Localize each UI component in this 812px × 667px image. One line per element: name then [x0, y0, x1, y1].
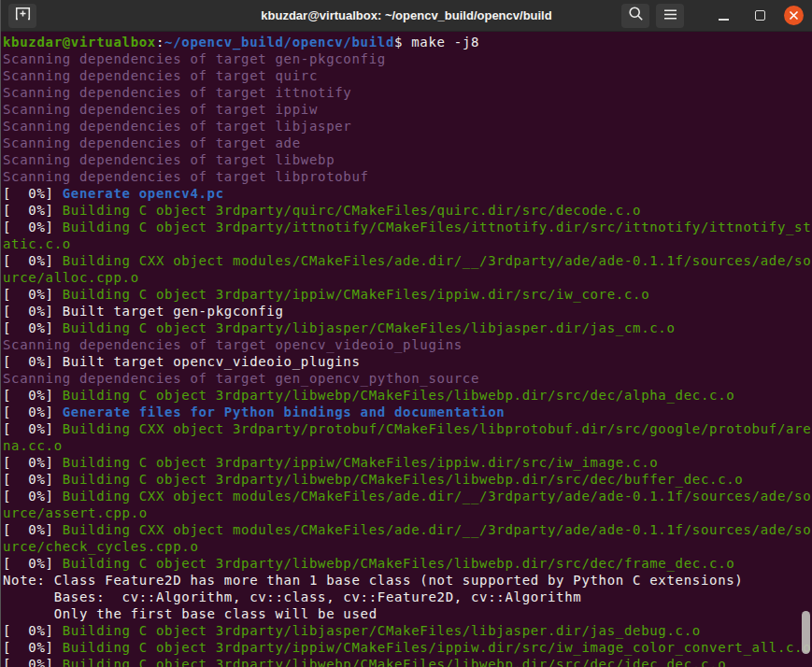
close-icon [789, 7, 799, 24]
terminal-row: Scanning dependencies of target libproto… [3, 168, 812, 185]
terminal-row: Note: Class Feature2D has more than 1 ba… [3, 572, 812, 589]
terminal-row: Only the first base class will be used [3, 605, 812, 622]
close-button[interactable] [784, 6, 804, 25]
terminal-row: Scanning dependencies of target ippiw [3, 101, 812, 118]
terminal-row: [ 0%] Building C object 3rdparty/libjasp… [3, 622, 812, 639]
terminal-row: atic.c.o [3, 235, 812, 252]
terminal-row: Scanning dependencies of target gen_open… [3, 370, 812, 387]
terminal-row: urce/alloc.cpp.o [3, 269, 812, 286]
terminal-row: [ 0%] Building CXX object modules/CMakeF… [3, 488, 812, 504]
terminal-row: Scanning dependencies of target libjaspe… [3, 118, 812, 135]
terminal-row: [ 0%] Built target opencv_videoio_plugin… [3, 353, 812, 370]
terminal-row: Scanning dependencies of target opencv_v… [3, 336, 812, 353]
new-tab-button[interactable] [8, 4, 36, 28]
terminal-row: [ 0%] Generate opencv4.pc [3, 185, 812, 202]
scrollbar-thumb[interactable] [802, 611, 810, 654]
terminal-row: kbuzdar@virtualbox:~/opencv_build/opencv… [3, 34, 812, 50]
maximize-icon [755, 10, 765, 21]
terminal-row: Scanning dependencies of target libwebp [3, 151, 812, 168]
new-tab-icon [15, 7, 31, 24]
terminal-row: [ 0%] Building C object 3rdparty/ippiw/C… [3, 454, 812, 471]
terminal-row: Scanning dependencies of target gen-pkgc… [3, 50, 812, 67]
menu-icon [663, 7, 677, 24]
terminal-row: [ 0%] Building C object 3rdparty/ittnoti… [3, 219, 812, 235]
minimize-button[interactable] [711, 4, 735, 28]
terminal-screen[interactable]: kbuzdar@virtualbox:~/opencv_build/opencv… [1, 32, 812, 667]
terminal-row: Bases: cv::Algorithm, cv::class, cv::Fea… [3, 589, 812, 605]
terminal-row: [ 0%] Generate files for Python bindings… [3, 404, 812, 420]
search-icon [628, 6, 644, 25]
terminal-row: Scanning dependencies of target ittnotif… [3, 84, 812, 101]
terminal-row: urce/check_cycles.cpp.o [3, 538, 812, 555]
terminal-row: [ 0%] Building C object 3rdparty/ippiw/C… [3, 286, 812, 303]
terminal-output: kbuzdar@virtualbox:~/opencv_build/opencv… [3, 34, 812, 667]
titlebar: kbuzdar@virtualbox: ~/opencv_build/openc… [1, 0, 812, 32]
terminal-row: [ 0%] Building CXX object modules/CMakeF… [3, 252, 812, 269]
terminal-row: [ 0%] Building C object 3rdparty/quirc/C… [3, 202, 812, 219]
minimize-icon [719, 19, 729, 21]
search-button[interactable] [621, 4, 649, 28]
terminal-row: [ 0%] Building C object 3rdparty/ippiw/C… [3, 639, 812, 656]
terminal-row: urce/assert.cpp.o [3, 504, 812, 521]
terminal-row: [ 0%] Building C object 3rdparty/libwebp… [3, 656, 812, 667]
terminal-row: [ 0%] Building CXX object modules/CMakeF… [3, 521, 812, 538]
maximize-button[interactable] [748, 4, 772, 28]
terminal-row: [ 0%] Building C object 3rdparty/libjasp… [3, 319, 812, 336]
terminal-window: kbuzdar@virtualbox: ~/opencv_build/openc… [0, 0, 812, 667]
terminal-row: [ 0%] Building C object 3rdparty/libwebp… [3, 471, 812, 488]
terminal-row: na.cc.o [3, 437, 812, 454]
terminal-row: [ 0%] Building CXX object 3rdparty/proto… [3, 420, 812, 437]
menu-button[interactable] [656, 4, 684, 28]
terminal-row: Scanning dependencies of target ade [3, 135, 812, 151]
terminal-row: [ 0%] Building C object 3rdparty/libwebp… [3, 555, 812, 572]
terminal-row: [ 0%] Built target gen-pkgconfig [3, 303, 812, 319]
terminal-row: [ 0%] Building C object 3rdparty/libwebp… [3, 387, 812, 404]
terminal-row: Scanning dependencies of target quirc [3, 67, 812, 84]
titlebar-controls [621, 0, 812, 32]
